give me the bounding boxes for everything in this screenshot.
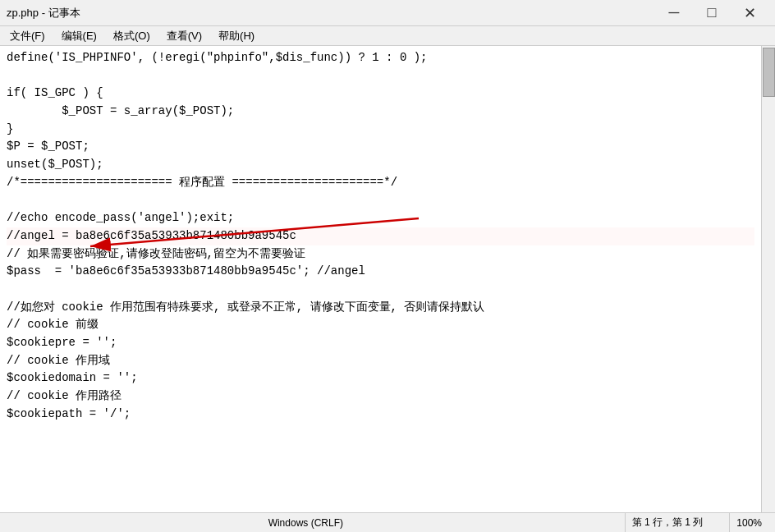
code-line: /*====================== 程序配置 ==========…: [7, 174, 754, 192]
code-line: // 如果需要密码验证,请修改登陆密码,留空为不需要验证: [7, 245, 754, 264]
code-line: //如您对 cookie 作用范围有特殊要求, 或登录不正常, 请修改下面变量,…: [7, 299, 754, 317]
code-line: // cookie 作用域: [7, 352, 754, 370]
code-line: // cookie 作用路径: [7, 388, 754, 406]
menu-file[interactable]: 文件(F): [3, 27, 52, 45]
code-line: $P = $_POST;: [7, 138, 754, 156]
menu-help[interactable]: 帮助(H): [212, 27, 261, 45]
maximize-button[interactable]: □: [693, 0, 731, 26]
status-bar: Windows (CRLF) 第 1 行，第 1 列 100%: [0, 512, 775, 532]
vertical-scrollbar[interactable]: [761, 46, 775, 512]
code-line: $_POST = s_array($_POST);: [7, 103, 754, 121]
code-line: // cookie 前缀: [7, 316, 754, 334]
window-controls: ─ □ ✕: [655, 0, 768, 26]
minimize-button[interactable]: ─: [655, 0, 693, 26]
code-line: [7, 67, 754, 85]
title-bar: zp.php - 记事本 ─ □ ✕: [0, 0, 775, 26]
status-zoom: 100%: [729, 513, 768, 532]
close-button[interactable]: ✕: [731, 0, 768, 26]
code-content: define('IS_PHPINFO', (!eregi("phpinfo",$…: [0, 46, 761, 426]
menu-bar: 文件(F) 编辑(E) 格式(O) 查看(V) 帮助(H): [0, 26, 775, 46]
status-encoding: Windows (CRLF): [262, 513, 350, 532]
code-line: $cookiedomain = '';: [7, 369, 754, 388]
code-line: define('IS_PHPINFO', (!eregi("phpinfo",$…: [7, 49, 754, 67]
code-line: }: [7, 121, 754, 139]
code-line: $cookiepath = '/';: [7, 406, 754, 424]
code-editor[interactable]: define('IS_PHPINFO', (!eregi("phpinfo",$…: [0, 46, 761, 512]
code-line: $pass = 'ba8e6c6f35a53933b871480bb9a9545…: [7, 263, 754, 281]
menu-view[interactable]: 查看(V): [160, 27, 209, 45]
scrollbar-thumb[interactable]: [763, 48, 775, 97]
menu-format[interactable]: 格式(O): [107, 27, 157, 45]
code-line: if( IS_GPC ) {: [7, 85, 754, 103]
code-line: $cookiepre = '';: [7, 334, 754, 352]
menu-edit[interactable]: 编辑(E): [55, 27, 103, 45]
status-position: 第 1 行，第 1 列: [625, 513, 710, 532]
window-title: zp.php - 记事本: [7, 6, 80, 21]
main-area: define('IS_PHPINFO', (!eregi("phpinfo",$…: [0, 46, 775, 512]
code-line: [7, 192, 754, 210]
code-line: //echo encode_pass('angel');exit;: [7, 209, 754, 227]
code-line: //angel = ba8e6c6f35a53933b871480bb9a954…: [7, 227, 754, 245]
code-line: unset($_POST);: [7, 156, 754, 174]
code-line: [7, 281, 754, 299]
